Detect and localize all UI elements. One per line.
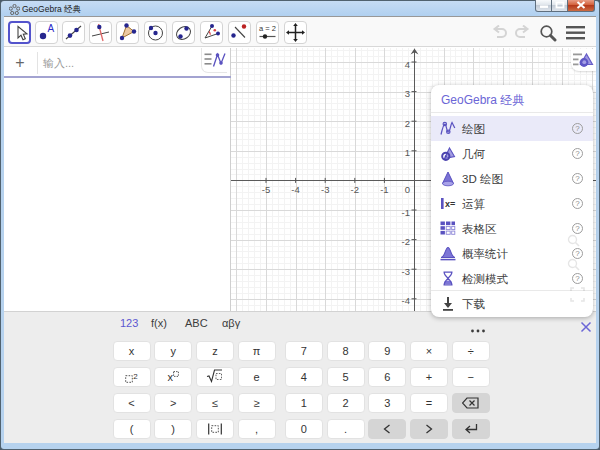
svg-text:2: 2: [405, 118, 410, 129]
svg-text:3: 3: [405, 88, 410, 99]
svg-text:-3: -3: [321, 184, 329, 195]
svg-text:-5: -5: [262, 184, 270, 195]
svg-text:-2: -2: [351, 184, 359, 195]
svg-text:-2: -2: [402, 236, 410, 247]
svg-text:A: A: [48, 23, 55, 34]
svg-text:-3: -3: [402, 266, 410, 277]
svg-text:x=: x=: [445, 199, 455, 209]
svg-text:-4: -4: [402, 295, 410, 306]
svg-text:a = 2: a = 2: [259, 24, 276, 33]
svg-text:-4: -4: [291, 184, 299, 195]
svg-text:-1: -1: [380, 184, 388, 195]
svg-text:-1: -1: [402, 207, 410, 218]
svg-text:0: 0: [405, 184, 410, 195]
svg-text:1: 1: [405, 147, 410, 158]
svg-text:4: 4: [405, 59, 410, 70]
